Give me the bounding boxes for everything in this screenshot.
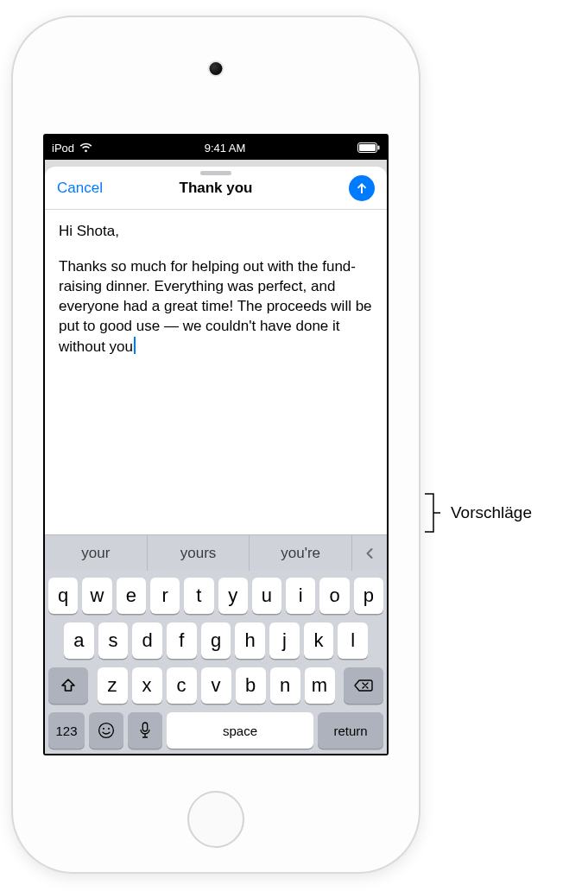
cancel-button[interactable]: Cancel [57,180,103,197]
keyboard-row-2: asdfghjkl [48,622,383,659]
body-paragraph: Thanks so much for helping out with the … [59,258,376,355]
key-w[interactable]: w [82,578,111,614]
key-n[interactable]: n [270,667,300,704]
suggestion-2[interactable]: yours [148,535,250,571]
sheet-grabber[interactable] [200,171,231,175]
predictive-bar: your yours you're [45,534,387,571]
keyboard-row-3: zxcvbnm [48,667,383,704]
send-button[interactable] [349,175,375,201]
wifi-icon [79,142,92,153]
status-left: iPod [52,142,92,155]
shift-key[interactable] [48,667,88,704]
key-h[interactable]: h [235,622,265,659]
device-frame: iPod 9:41 AM Cancel Thank you [13,17,419,872]
greeting-line: Hi Shota, [59,222,373,242]
svg-rect-2 [378,146,380,150]
key-l[interactable]: l [338,622,368,659]
keyboard-row-1: qwertyuiop [48,578,383,614]
key-r[interactable]: r [150,578,180,614]
message-body[interactable]: Hi Shota, Thanks so much for helping out… [45,210,387,534]
key-i[interactable]: i [286,578,315,614]
key-j[interactable]: j [269,622,300,659]
key-b[interactable]: b [236,667,266,704]
key-a[interactable]: a [64,622,94,659]
callout-bracket-icon [423,492,440,534]
key-v[interactable]: v [201,667,231,704]
svg-rect-6 [142,723,147,731]
compose-sheet: Cancel Thank you Hi Shota, Thanks so muc… [45,167,387,754]
key-k[interactable]: k [304,622,334,659]
svg-point-5 [108,728,110,730]
status-bar: iPod 9:41 AM [45,136,387,160]
svg-point-4 [103,728,104,730]
key-e[interactable]: e [117,578,146,614]
screen: iPod 9:41 AM Cancel Thank you [43,134,389,755]
key-q[interactable]: q [48,578,78,614]
key-y[interactable]: y [218,578,248,614]
callout-suggestions: Vorschläge [423,492,532,534]
keyboard: qwertyuiop asdfghjkl zxcvbnm 123 [45,571,387,754]
key-m[interactable]: m [305,667,335,704]
battery-icon [357,142,380,153]
callout-label: Vorschläge [451,503,532,522]
key-u[interactable]: u [252,578,281,614]
key-x[interactable]: x [132,667,162,704]
key-g[interactable]: g [201,622,231,659]
status-right [357,142,380,153]
dictation-key[interactable] [128,712,162,749]
clock-label: 9:41 AM [92,142,357,155]
emoji-key[interactable] [89,712,123,749]
key-o[interactable]: o [319,578,349,614]
key-z[interactable]: z [98,667,128,704]
front-camera [210,62,223,75]
collapse-suggestions-button[interactable] [352,535,387,571]
svg-point-3 [99,724,114,738]
backspace-key[interactable] [344,667,383,704]
modal-backdrop: Cancel Thank you Hi Shota, Thanks so muc… [45,160,387,754]
carrier-label: iPod [52,142,74,155]
compose-header: Cancel Thank you [45,167,387,210]
space-key[interactable]: space [167,712,313,749]
suggestion-1[interactable]: your [45,535,148,571]
key-d[interactable]: d [132,622,162,659]
text-caret [134,337,136,354]
key-p[interactable]: p [354,578,383,614]
key-s[interactable]: s [98,622,129,659]
home-button[interactable] [187,791,244,848]
key-t[interactable]: t [184,578,213,614]
svg-rect-1 [359,144,376,151]
key-c[interactable]: c [167,667,197,704]
keyboard-row-4: 123 space return [48,712,383,749]
key-f[interactable]: f [167,622,197,659]
suggestion-3[interactable]: you're [250,535,352,571]
return-key[interactable]: return [318,712,383,749]
numeric-key[interactable]: 123 [48,712,85,749]
compose-title: Thank you [179,180,252,197]
